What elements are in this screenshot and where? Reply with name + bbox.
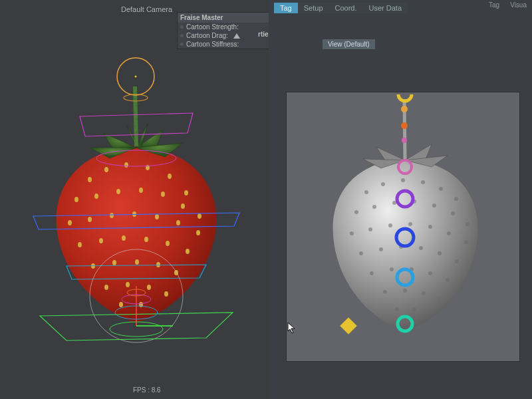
tab-coord[interactable]: Coord. xyxy=(329,3,363,13)
attr-row-cartoon-stiffness[interactable]: Cartoon Stiffness: xyxy=(178,40,269,49)
ctrl-dot-orange xyxy=(401,122,408,129)
svg-point-18 xyxy=(176,220,180,225)
tab-setup[interactable]: Setup xyxy=(298,3,329,13)
svg-point-14 xyxy=(88,217,92,222)
svg-point-70 xyxy=(464,240,468,244)
svg-point-84 xyxy=(422,291,426,295)
svg-point-65 xyxy=(368,227,372,231)
svg-point-20 xyxy=(78,242,82,247)
svg-point-5 xyxy=(184,190,188,196)
svg-point-25 xyxy=(186,249,190,254)
view-button[interactable]: View (Default) xyxy=(322,39,376,50)
clay-svg-scene xyxy=(287,92,520,362)
dot-icon xyxy=(180,34,184,37)
ctrl-dot-pink xyxy=(402,138,407,143)
svg-point-32 xyxy=(126,282,130,287)
svg-point-17 xyxy=(155,214,159,219)
attr-label: Cartoon Stiffness: xyxy=(186,41,239,48)
svg-point-51 xyxy=(364,190,368,194)
dot-icon xyxy=(180,25,184,29)
fps-label: FPS : 8.6 xyxy=(133,386,161,394)
svg-point-57 xyxy=(354,210,358,214)
ctrl-top-arc xyxy=(398,94,412,101)
attr-row-cartoon-strength[interactable]: Cartoon Strength: xyxy=(178,23,269,31)
attr-label: Cartoon Strength: xyxy=(186,23,239,31)
attr-row-cartoon-drag[interactable]: Cartoon Drag: xyxy=(178,31,269,40)
svg-point-74 xyxy=(419,246,423,250)
svg-point-19 xyxy=(196,230,200,235)
svg-point-29 xyxy=(156,262,160,267)
tab-tag[interactable]: Tag xyxy=(274,3,298,13)
svg-point-45 xyxy=(135,76,137,78)
svg-point-63 xyxy=(466,222,469,226)
svg-point-52 xyxy=(381,182,385,186)
viewport-left[interactable]: Default Camera xyxy=(0,0,269,399)
svg-point-11 xyxy=(181,203,185,209)
svg-point-69 xyxy=(447,231,451,235)
svg-point-86 xyxy=(395,307,399,311)
clay-preview[interactable] xyxy=(286,92,520,362)
svg-point-27 xyxy=(112,260,116,265)
svg-point-33 xyxy=(147,285,151,290)
svg-point-4 xyxy=(168,174,172,179)
svg-point-80 xyxy=(428,271,432,275)
svg-point-12 xyxy=(198,213,201,219)
svg-point-10 xyxy=(161,192,165,197)
svg-point-82 xyxy=(383,290,387,294)
ctrl-dot-yellow xyxy=(401,106,408,112)
svg-point-72 xyxy=(379,247,383,251)
svg-point-8 xyxy=(116,189,120,194)
svg-point-67 xyxy=(408,222,412,226)
tab-userdata[interactable]: User Data xyxy=(363,3,408,13)
svg-point-85 xyxy=(438,297,442,301)
svg-point-75 xyxy=(438,251,442,255)
svg-point-81 xyxy=(446,278,450,282)
attr-label: Cartoon Drag: xyxy=(186,32,228,39)
svg-point-56 xyxy=(454,197,458,201)
svg-point-31 xyxy=(104,285,108,290)
triangle-icon xyxy=(233,33,240,39)
svg-point-28 xyxy=(135,259,139,265)
svg-point-64 xyxy=(350,231,354,235)
svg-point-7 xyxy=(94,194,98,199)
tab-bar: Tag Setup Coord. User Data xyxy=(274,3,408,13)
tab-tag-top[interactable]: Tag xyxy=(483,0,505,10)
svg-point-34 xyxy=(164,291,168,297)
svg-point-61 xyxy=(432,203,436,207)
svg-point-0 xyxy=(88,177,92,182)
svg-point-62 xyxy=(451,211,455,215)
svg-point-78 xyxy=(390,267,394,271)
svg-point-1 xyxy=(104,167,108,172)
svg-point-9 xyxy=(139,188,143,193)
svg-point-87 xyxy=(412,307,416,311)
svg-point-53 xyxy=(401,178,405,182)
svg-point-13 xyxy=(68,220,72,225)
svg-point-58 xyxy=(372,205,376,209)
cropped-properties-label: rties xyxy=(258,31,269,38)
dot-icon xyxy=(180,43,184,46)
tab-visual-top[interactable]: Visua xyxy=(505,0,532,10)
svg-point-23 xyxy=(144,237,148,242)
attribute-right-panel: Tag Visua Tag Setup Coord. User Data Vie… xyxy=(269,0,532,399)
svg-point-71 xyxy=(359,251,363,255)
svg-point-24 xyxy=(166,241,170,246)
viewport-3d-scene xyxy=(0,0,269,399)
svg-point-83 xyxy=(403,289,407,293)
ctrl-diamond-yellow xyxy=(340,317,356,334)
svg-point-15 xyxy=(110,213,114,218)
svg-point-21 xyxy=(99,238,103,243)
svg-point-2 xyxy=(124,162,128,168)
svg-point-68 xyxy=(428,225,432,229)
svg-point-54 xyxy=(421,180,425,184)
svg-point-55 xyxy=(439,187,443,191)
svg-point-77 xyxy=(370,271,374,275)
svg-point-35 xyxy=(119,302,123,307)
svg-point-22 xyxy=(122,235,126,241)
attribute-panel[interactable]: Fraise Master Cartoon Strength: Cartoon … xyxy=(177,12,269,49)
svg-point-76 xyxy=(455,259,459,263)
svg-point-66 xyxy=(388,223,392,227)
attribute-panel-title: Fraise Master xyxy=(178,13,269,23)
svg-point-6 xyxy=(74,197,78,202)
